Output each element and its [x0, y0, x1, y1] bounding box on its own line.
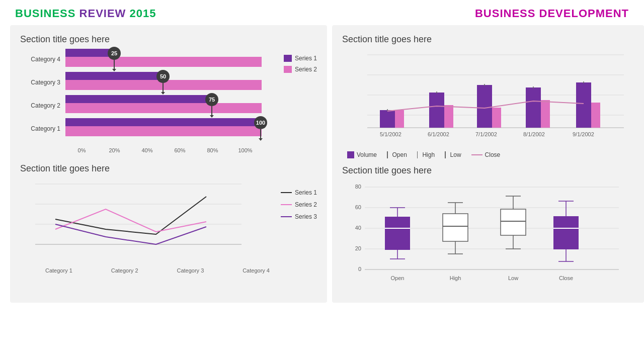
bottom-left-section: Section title goes here	[20, 163, 317, 274]
line-chart-area: Category 1 Category 2 Category 3 Categor…	[20, 179, 275, 274]
bar-s2-cat2	[65, 103, 262, 113]
vol-bar-1	[380, 110, 395, 128]
line-legend-label-s1: Series 1	[295, 189, 317, 196]
vol-bar-4	[526, 87, 541, 128]
top-left-section: Section title goes here Category 4 25	[20, 34, 317, 153]
pink-bar-4	[541, 100, 550, 128]
bar-annotation-line-cat3	[163, 83, 164, 92]
svg-text:Open: Open	[391, 275, 405, 281]
x-label-stock-4: 8/1/2002	[523, 131, 545, 137]
stock-legend-high: High	[417, 151, 435, 158]
svg-text:20: 20	[355, 245, 361, 251]
bar-annotation-bubble-cat4: 25	[108, 47, 121, 60]
line-legend-line-s3	[281, 216, 292, 217]
line-series1	[55, 197, 206, 234]
svg-text:0: 0	[358, 266, 361, 272]
legend-box-series1	[284, 55, 292, 62]
svg-text:80: 80	[355, 184, 361, 190]
x-label-cat4: Category 4	[243, 267, 270, 274]
svg-text:High: High	[450, 275, 461, 281]
bar-annotation-cat2: 75	[205, 93, 218, 118]
x-label-stock-1: 5/1/2002	[380, 131, 401, 137]
header-title-left: BUSINESS REVIEW 2015	[15, 7, 156, 20]
pink-bar-1	[395, 110, 404, 128]
svg-text:Low: Low	[508, 275, 518, 281]
line-legend: Series 1 Series 2 Series 3	[275, 179, 317, 220]
bar-annotation-cat1: 100	[254, 116, 267, 141]
pink-bar-5	[591, 103, 600, 128]
left-panel: Section title goes here Category 4 25	[10, 25, 327, 303]
vol-bar-2	[429, 93, 444, 128]
x-tick-80: 80%	[196, 147, 229, 153]
legend-item-series2: Series 2	[284, 66, 317, 73]
line-series3	[55, 224, 206, 244]
x-label-cat2: Category 2	[111, 267, 138, 274]
bar-row-cat1: Category 1 100	[20, 119, 276, 138]
stock-legend: Volume Open High Low	[347, 151, 629, 158]
vol-bar-5	[576, 82, 591, 128]
bottom-right-title: Section title goes here	[342, 165, 634, 176]
x-label-cat3: Category 3	[177, 267, 204, 274]
line-chart-svg	[20, 179, 242, 264]
bar-label-cat4: Category 4	[20, 56, 65, 63]
line-series2	[55, 209, 206, 232]
box3-rect	[501, 209, 526, 235]
legend-label-series2: Series 2	[295, 66, 317, 73]
bar-annotation-arrow-cat1	[259, 138, 263, 141]
bar-row-cat4: Category 4 25	[20, 50, 276, 69]
x-tick-40: 40%	[131, 147, 164, 153]
bar-annotation-bubble-cat3: 50	[156, 70, 170, 83]
svg-text:60: 60	[355, 204, 361, 210]
x-tick-60: 60%	[164, 147, 196, 153]
bar-label-cat2: Category 2	[20, 102, 65, 109]
stock-legend-label-low: Low	[450, 151, 461, 158]
right-panel: Section title goes here	[332, 25, 644, 303]
bar-s2-cat4	[65, 57, 262, 67]
stock-legend-volume: Volume	[347, 151, 377, 158]
svg-text:40: 40	[355, 225, 361, 231]
stock-legend-line-open	[387, 151, 388, 158]
top-right-section: Section title goes here	[342, 34, 634, 158]
line-legend-series3: Series 3	[281, 213, 317, 220]
x-label-cat1: Category 1	[45, 267, 72, 274]
legend-box-series2	[284, 66, 292, 73]
stock-legend-line-low	[445, 151, 446, 158]
x-tick-20: 20%	[98, 147, 131, 153]
business-word: BUSINESS	[15, 7, 75, 20]
legend-label-series1: Series 1	[295, 55, 317, 62]
x-label-stock-3: 7/1/2002	[475, 131, 497, 137]
bottom-left-title: Section title goes here	[20, 163, 317, 174]
bar-track-cat2: 75	[65, 95, 276, 116]
pink-bar-2	[444, 105, 453, 128]
x-tick-100: 100%	[229, 147, 262, 153]
bar-row-cat3: Category 3 50	[20, 73, 276, 92]
bar-annotation-cat4: 25	[108, 47, 121, 71]
main-content: Section title goes here Category 4 25	[0, 25, 644, 308]
bar-annotation-cat3: 50	[156, 70, 170, 95]
bar-track-cat3: 50	[65, 72, 276, 93]
bar-chart-container: Category 4 25 Categ	[20, 50, 317, 153]
x-label-stock-2: 6/1/2002	[428, 131, 449, 137]
bar-annotation-bubble-cat1: 100	[254, 116, 267, 129]
bar-label-cat3: Category 3	[20, 79, 65, 86]
stock-legend-box-volume	[347, 151, 354, 158]
line-legend-label-s3: Series 3	[295, 213, 317, 220]
box-plot-wrap: 80 60 40 20 0	[342, 181, 634, 294]
bar-annotation-arrow-cat4	[112, 69, 116, 71]
stock-legend-label-high: High	[422, 151, 435, 158]
x-label-stock-5: 9/1/2002	[573, 131, 594, 137]
line-x-labels: Category 1 Category 2 Category 3 Categor…	[45, 267, 270, 274]
bar-s2-cat1	[65, 126, 262, 136]
bar-annotation-bubble-cat2: 75	[205, 93, 218, 106]
review-word: REVIEW	[75, 7, 129, 20]
line-chart-wrap: Category 1 Category 2 Category 3 Categor…	[20, 179, 317, 274]
box4-rect	[553, 216, 579, 249]
bar-annotation-line-cat1	[260, 129, 261, 138]
stock-chart-wrap: 5/1/2002 6/1/2002 7/1/2002 8/1/2002 9/1/…	[342, 50, 634, 158]
header-title-right: BUSINESS DEVELOPMENT	[475, 7, 629, 20]
stock-legend-close: Close	[471, 151, 501, 158]
top-right-title: Section title goes here	[342, 34, 634, 45]
stock-legend-label-open: Open	[392, 151, 407, 158]
header: BUSINESS REVIEW 2015 BUSINESS DEVELOPMEN…	[0, 0, 644, 25]
bar-track-cat4: 25	[65, 49, 276, 70]
